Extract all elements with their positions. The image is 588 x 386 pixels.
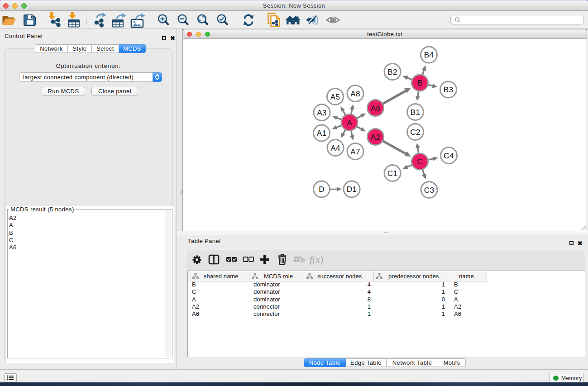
svg-text:D: D [319,185,325,194]
svg-text:A: A [347,119,352,127]
svg-text:A3: A3 [317,109,327,117]
svg-text:f(x): f(x) [310,254,324,265]
svg-text:A5: A5 [330,93,340,101]
svg-text:B4: B4 [424,51,434,59]
svg-text:A1: A1 [317,129,327,138]
svg-text:A2: A2 [371,133,381,142]
svg-text:B1: B1 [411,108,421,117]
svg-text:C2: C2 [410,128,421,137]
svg-text:A4: A4 [330,144,340,152]
svg-text:A7: A7 [350,148,360,156]
svg-text:B2: B2 [387,68,397,76]
svg-text:A8: A8 [350,90,360,98]
svg-text:C3: C3 [424,186,435,195]
svg-text:C: C [417,157,423,166]
svg-text:C4: C4 [444,152,454,160]
svg-text:B: B [417,79,423,87]
svg-text:C1: C1 [387,169,398,178]
svg-text:B3: B3 [444,86,454,94]
svg-text:D1: D1 [347,185,357,194]
svg-text:A6: A6 [371,104,381,113]
